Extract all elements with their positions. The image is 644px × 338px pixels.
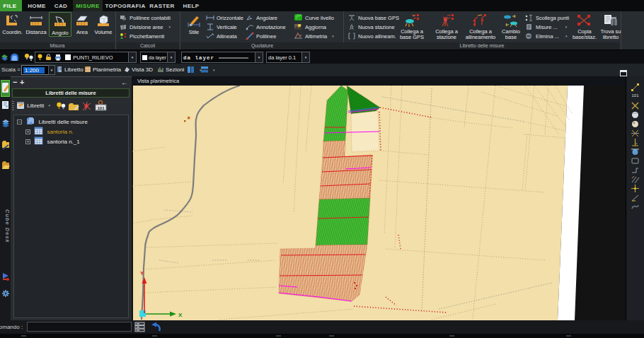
sidetab-pages[interactable] xyxy=(1,119,10,132)
area-button[interactable]: Area xyxy=(73,12,91,35)
elimina-button[interactable]: Elimina ...▾ xyxy=(525,32,567,41)
snap-parallel-icon[interactable] xyxy=(631,174,640,183)
bulbs-toggle-icon[interactable] xyxy=(56,102,67,110)
snap-101-icon[interactable]: 101 xyxy=(631,91,640,100)
annotation-icon xyxy=(246,23,254,30)
layer-states-icon[interactable] xyxy=(10,53,19,62)
undo-icon[interactable] xyxy=(149,321,163,333)
layers-icon[interactable] xyxy=(1,54,8,62)
verticale-button[interactable]: Verticale xyxy=(206,23,237,32)
scale-input[interactable]: 1:200 xyxy=(21,65,49,75)
nuovo-allineamento-button[interactable]: Nuovo allineam. xyxy=(347,32,396,41)
linetype-select-caret-icon[interactable]: ▾ xyxy=(255,52,263,62)
snap-tangent-icon[interactable] xyxy=(631,146,640,156)
allineata-button[interactable]: Allineata xyxy=(206,32,237,41)
copia-base-staz-button[interactable]: Copia base/staz. xyxy=(570,12,599,40)
strip-tool-settings[interactable] xyxy=(1,289,10,301)
vista-3d-view-button[interactable]: Vista 3D xyxy=(123,65,153,75)
tree-item-santoria[interactable]: + santoria n. xyxy=(25,127,74,136)
color-select[interactable]: da layer ▾ xyxy=(140,52,176,63)
snap-endpoint-icon[interactable] xyxy=(631,82,640,91)
snap-center-icon[interactable] xyxy=(631,110,640,119)
strip-tool-flag[interactable] xyxy=(1,272,10,284)
angolare-button[interactable]: Angolare xyxy=(246,13,277,23)
tab-home[interactable]: HOME xyxy=(27,0,47,11)
trova-su-libretto-button[interactable]: Trova su libretto xyxy=(600,12,621,40)
orizzontale-button[interactable]: Orizzontale xyxy=(206,13,243,23)
tab-misure[interactable]: MISURE xyxy=(73,0,103,11)
misure-button[interactable]: Misure ...▾ xyxy=(525,23,567,32)
collapse-node-icon[interactable]: − xyxy=(17,120,22,124)
cambio-base-button[interactable]: Cambio base xyxy=(498,12,524,40)
expand-node-icon[interactable]: + xyxy=(25,129,30,134)
tab-cad[interactable]: CAD xyxy=(52,0,69,11)
lineweight-select-caret-icon[interactable]: ▾ xyxy=(301,52,309,62)
nuova-base-gps-button[interactable]: Nuova base GPS xyxy=(347,13,399,23)
sezioni-view-button[interactable]: Sezioni xyxy=(157,65,184,75)
snap-none-icon[interactable] xyxy=(631,202,640,211)
sidetab-edit[interactable] xyxy=(1,80,10,97)
toolbar-grip[interactable] xyxy=(12,101,14,111)
libretti-button[interactable]: Libretti ▾ xyxy=(16,100,50,111)
snap-nearest-icon[interactable] xyxy=(631,156,640,165)
sidetab-folder-open[interactable] xyxy=(1,160,10,174)
snap-quadrant-icon[interactable] xyxy=(631,128,640,137)
planimetric-map[interactable]: Y X xyxy=(132,86,626,320)
color-select-caret-icon[interactable]: ▾ xyxy=(167,52,175,62)
panel-collapse-button[interactable]: − xyxy=(13,77,17,88)
expand-node-icon[interactable]: + xyxy=(25,139,30,144)
delete-points-icon[interactable] xyxy=(81,101,93,111)
layer-select-caret-icon[interactable]: ▾ xyxy=(128,52,136,62)
snap-insert-icon[interactable] xyxy=(631,183,640,192)
snap-intersection-icon[interactable] xyxy=(631,100,640,110)
collega-base-gps-button[interactable]: Collega a base GPS xyxy=(395,12,429,40)
scale-caret-icon[interactable]: ▾ xyxy=(48,65,55,75)
panel-expand-button[interactable]: + xyxy=(20,77,24,88)
tab-file[interactable]: FILE xyxy=(0,0,22,11)
aggiorna-button[interactable]: Aggiorna xyxy=(294,23,326,32)
altimetria-button[interactable]: Altimetria▾ xyxy=(294,32,334,41)
collega-allineamento-button[interactable]: Collega a allineamento xyxy=(464,12,497,40)
tree-item-santoria-1[interactable]: + santoria n._1 xyxy=(25,136,80,146)
folder-edit-icon[interactable] xyxy=(68,101,79,111)
linetype-select[interactable]: da layer ▾ xyxy=(181,52,263,63)
tab-help[interactable]: HELP xyxy=(180,0,202,11)
picchettamenti-button[interactable]: Picchettamenti xyxy=(120,32,164,41)
snap-apparent-icon[interactable] xyxy=(631,165,640,174)
view-rows-button[interactable]: ▾ xyxy=(200,65,215,75)
tab-raster[interactable]: RASTER xyxy=(148,0,176,11)
snap-perpendicular-icon[interactable] xyxy=(631,137,640,146)
scollega-punti-button[interactable]: Scollega punti xyxy=(525,13,569,23)
divisione-aree-button[interactable]: Divisione aree▾ xyxy=(120,23,171,32)
command-input[interactable] xyxy=(27,322,132,332)
nuova-stazione-button[interactable]: Nuova stazione xyxy=(347,23,395,32)
command-history-icon[interactable] xyxy=(134,322,146,332)
tree-root-row[interactable]: − Libretti delle misure xyxy=(17,117,88,126)
layer-bulbs-icon[interactable] xyxy=(24,53,34,62)
sidetab-folder-send[interactable] xyxy=(1,139,10,153)
maximize-view-icon[interactable] xyxy=(620,70,627,76)
layer-select[interactable]: PUNTI_RILIEVO ▾ xyxy=(35,52,137,63)
snap-extension-icon[interactable] xyxy=(631,192,640,202)
view-columns-button[interactable]: ▾ xyxy=(187,65,202,75)
polilinee-contabili-button[interactable]: Polilinee contabili xyxy=(120,13,171,23)
curve-livello-button[interactable]: Curve livello xyxy=(294,13,334,23)
polilinee-button[interactable]: Polilinee xyxy=(246,32,276,41)
stile-button[interactable]: Stile xyxy=(183,12,205,35)
lineweight-select[interactable]: da layer 0.1 ▾ xyxy=(266,52,310,63)
sidetab-document[interactable] xyxy=(1,100,10,112)
altimetria-caret-icon: ▾ xyxy=(332,32,334,41)
planimetria-view-button[interactable]: Planimetria xyxy=(84,65,121,75)
angolo-button[interactable]: Angolo xyxy=(49,12,71,37)
libretto-view-button[interactable]: Libretto xyxy=(57,65,84,75)
snap-node-icon[interactable] xyxy=(631,119,640,128)
view-tab-label[interactable]: Vista planimetrica xyxy=(132,76,626,86)
tab-topografia[interactable]: TOPOGRAFIA xyxy=(105,0,146,11)
volume-button[interactable]: Volume xyxy=(92,12,115,35)
collega-stazione-button[interactable]: Collega a stazione xyxy=(430,12,463,40)
annotazione-button[interactable]: Annotazione xyxy=(246,23,286,32)
distanza-button[interactable]: Distanza xyxy=(25,12,47,35)
numbering-101-icon[interactable]: 101 xyxy=(95,100,107,112)
panel-back-arrow-button[interactable]: ← xyxy=(121,77,128,88)
coordin-button[interactable]: Coordin. xyxy=(1,12,23,35)
